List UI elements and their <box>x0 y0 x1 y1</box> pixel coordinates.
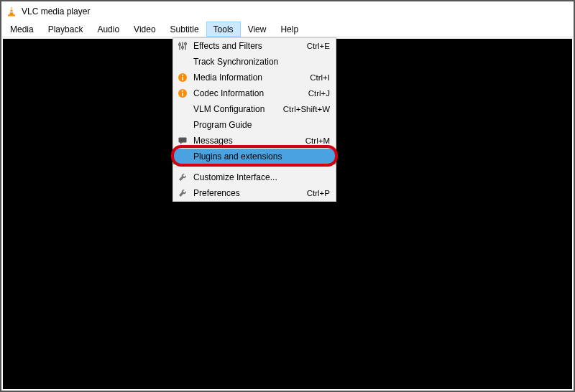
menuitem-label: Customize Interface... <box>193 172 326 182</box>
menuitem-label: Track Synchronization <box>193 57 326 67</box>
svg-rect-2 <box>10 11 14 12</box>
menuitem-shortcut: Ctrl+P <box>307 189 330 197</box>
tools-dropdown: Effects and Filters Ctrl+E Track Synchro… <box>172 37 336 202</box>
svg-point-8 <box>182 47 184 49</box>
menubar: Media Playback Audio Video Subtitle Tool… <box>1 22 574 37</box>
menuitem-label: Program Guide <box>193 120 326 130</box>
menuitem-plugins-and-extensions[interactable]: Plugins and extensions <box>173 149 336 164</box>
info-orange-icon <box>176 88 189 99</box>
svg-marker-0 <box>9 6 14 15</box>
blank-icon <box>176 119 189 131</box>
svg-rect-11 <box>182 77 183 80</box>
app-window: VLC media player Media Playback Audio Vi… <box>0 0 575 392</box>
menu-media[interactable]: Media <box>3 22 41 37</box>
menuitem-codec-information[interactable]: Codec Information Ctrl+J <box>173 85 336 101</box>
svg-rect-14 <box>182 93 183 96</box>
menuitem-label: Effects and Filters <box>193 41 303 51</box>
menuitem-track-synchronization[interactable]: Track Synchronization <box>173 54 336 70</box>
menuitem-label: Codec Information <box>193 88 304 98</box>
menu-help[interactable]: Help <box>273 22 305 37</box>
blank-icon <box>176 151 189 162</box>
wrench-icon <box>176 172 189 183</box>
menuitem-label: VLM Configuration <box>193 104 279 114</box>
menuitem-label: Plugins and extensions <box>193 151 326 162</box>
menu-view[interactable]: View <box>241 22 274 37</box>
menuitem-label: Media Information <box>193 73 305 83</box>
sliders-icon <box>176 40 189 52</box>
svg-marker-17 <box>180 142 183 144</box>
menu-playback[interactable]: Playback <box>41 22 91 37</box>
menuitem-preferences[interactable]: Preferences Ctrl+P <box>173 185 336 201</box>
menu-separator <box>175 167 334 167</box>
menuitem-vlm-configuration[interactable]: VLM Configuration Ctrl+Shift+W <box>173 101 336 117</box>
wrench-icon <box>176 187 189 199</box>
menuitem-shortcut: Ctrl+J <box>308 89 330 98</box>
vlc-cone-icon <box>6 6 17 17</box>
menu-audio[interactable]: Audio <box>90 22 126 37</box>
blank-icon <box>176 103 189 115</box>
menuitem-label: Preferences <box>193 188 303 198</box>
svg-point-12 <box>182 75 183 76</box>
menuitem-shortcut: Ctrl+Shift+W <box>283 105 330 113</box>
menuitem-messages[interactable]: Messages Ctrl+M <box>173 133 336 149</box>
menuitem-media-information[interactable]: Media Information Ctrl+I <box>173 70 336 85</box>
menu-subtitle[interactable]: Subtitle <box>163 22 206 37</box>
app-title: VLC media player <box>22 6 90 17</box>
menu-video[interactable]: Video <box>126 22 162 37</box>
svg-rect-1 <box>10 9 13 9</box>
svg-rect-16 <box>179 138 187 143</box>
menuitem-program-guide[interactable]: Program Guide <box>173 117 336 133</box>
menuitem-label: Messages <box>193 136 301 146</box>
menuitem-shortcut: Ctrl+M <box>305 136 330 145</box>
menuitem-effects-and-filters[interactable]: Effects and Filters Ctrl+E <box>173 38 336 54</box>
svg-point-15 <box>182 90 183 92</box>
titlebar: VLC media player <box>1 1 574 22</box>
menuitem-shortcut: Ctrl+I <box>310 73 330 82</box>
info-orange-icon <box>176 72 189 83</box>
menuitem-customize-interface[interactable]: Customize Interface... <box>173 169 336 185</box>
message-icon <box>176 135 189 146</box>
blank-icon <box>176 56 189 67</box>
svg-point-9 <box>185 43 187 45</box>
svg-point-7 <box>179 44 181 46</box>
svg-rect-3 <box>8 15 15 17</box>
menu-tools[interactable]: Tools <box>206 22 241 37</box>
menuitem-shortcut: Ctrl+E <box>307 42 330 50</box>
